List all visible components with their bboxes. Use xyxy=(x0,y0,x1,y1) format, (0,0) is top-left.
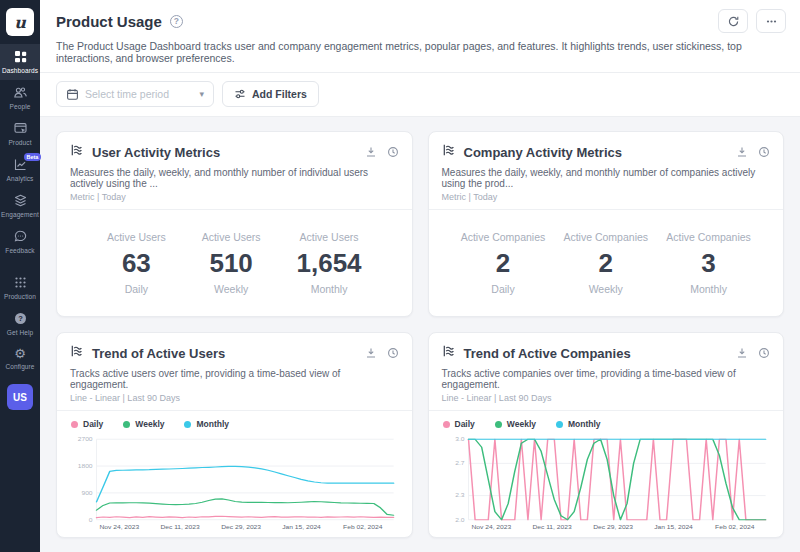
card-trend-active-companies: Trend of Active Companies Tracks active … xyxy=(428,332,785,538)
chevron-down-icon: ▾ xyxy=(199,89,204,99)
clock-icon[interactable] xyxy=(758,146,770,158)
calendar-icon xyxy=(66,88,79,101)
legend-label: Weekly xyxy=(135,419,164,429)
sidebar-item-feedback[interactable]: Feedback xyxy=(0,224,40,260)
metric-value: 2 xyxy=(496,248,510,279)
app-logo[interactable]: u xyxy=(6,8,34,36)
sidebar-item-dashboards[interactable]: Dashboards xyxy=(0,44,40,80)
sidebar-item-engagement[interactable]: Engagement xyxy=(0,188,40,224)
page-title: Product Usage xyxy=(56,13,162,30)
metric-period: Weekly xyxy=(589,283,623,295)
widget-chart-icon xyxy=(70,143,84,161)
card-meta: Metric | Today xyxy=(442,192,771,202)
legend-dot xyxy=(443,421,450,428)
card-meta: Metric | Today xyxy=(70,192,399,202)
sidebar-item-label: Feedback xyxy=(5,247,34,254)
sidebar-item-analytics[interactable]: Beta Analytics xyxy=(0,152,40,188)
legend-item-weekly[interactable]: Weekly xyxy=(495,419,536,429)
svg-text:2.0: 2.0 xyxy=(455,517,465,522)
metric-value: 510 xyxy=(209,248,252,279)
chat-bubble-icon xyxy=(13,229,28,244)
time-period-select[interactable]: Select time period ▾ xyxy=(56,81,214,107)
svg-text:900: 900 xyxy=(81,490,93,495)
widget-chart-icon xyxy=(442,143,456,161)
legend-item-weekly[interactable]: Weekly xyxy=(123,419,164,429)
sidebar-item-label: Analytics xyxy=(7,175,34,182)
card-subtitle: Measures the daily, weekly, and monthly … xyxy=(442,167,771,189)
download-icon[interactable] xyxy=(736,146,748,158)
sidebar-item-product[interactable]: Product xyxy=(0,116,40,152)
svg-text:Dec 29, 2023: Dec 29, 2023 xyxy=(221,525,261,530)
metric-period: Daily xyxy=(125,283,148,295)
sidebar-item-label: Configure xyxy=(5,363,34,370)
legend-item-daily[interactable]: Daily xyxy=(71,419,103,429)
legend-item-daily[interactable]: Daily xyxy=(443,419,475,429)
legend-item-monthly[interactable]: Monthly xyxy=(556,419,601,429)
download-icon[interactable] xyxy=(365,146,377,158)
legend-label: Monthly xyxy=(568,419,601,429)
svg-text:Jan 15, 2024: Jan 15, 2024 xyxy=(282,525,321,530)
metric-period: Daily xyxy=(491,283,514,295)
card-meta: Line - Linear | Last 90 Days xyxy=(70,393,399,403)
card-subtitle: Tracks active companies over time, provi… xyxy=(442,368,771,390)
sidebar-item-label: Engagement xyxy=(1,211,39,218)
metric-label: Active Users xyxy=(202,231,261,243)
refresh-button[interactable] xyxy=(718,9,748,33)
svg-text:2700: 2700 xyxy=(78,437,94,442)
legend-label: Daily xyxy=(455,419,475,429)
svg-text:Nov 24, 2023: Nov 24, 2023 xyxy=(471,525,511,530)
download-icon[interactable] xyxy=(736,347,748,359)
add-filters-button[interactable]: Add Filters xyxy=(222,81,319,107)
sidebar-item-label: Dashboards xyxy=(2,67,38,74)
sidebar-item-label: Product xyxy=(8,139,31,146)
metric-weekly: Active Companies 2 Weekly xyxy=(563,231,648,295)
metric-value: 3 xyxy=(701,248,715,279)
metric-value: 2 xyxy=(599,248,613,279)
people-icon xyxy=(13,85,28,100)
card-title: Company Activity Metrics xyxy=(464,145,622,160)
product-icon xyxy=(13,121,28,136)
svg-text:Nov 24, 2023: Nov 24, 2023 xyxy=(99,525,139,530)
metric-monthly: Active Users 1,654 Monthly xyxy=(297,231,362,295)
card-subtitle: Measures the daily, weekly, and monthly … xyxy=(70,167,399,189)
sidebar-item-people[interactable]: People xyxy=(0,80,40,116)
metric-value: 1,654 xyxy=(297,248,362,279)
legend-dot xyxy=(71,421,78,428)
metric-period: Weekly xyxy=(214,283,248,295)
metric-period: Monthly xyxy=(690,283,727,295)
metric-daily: Active Users 63 Daily xyxy=(107,231,166,295)
metric-label: Active Users xyxy=(107,231,166,243)
metric-label: Active Companies xyxy=(461,231,546,243)
sidebar-item-configure[interactable]: ⚙ Configure xyxy=(0,342,40,376)
add-filters-label: Add Filters xyxy=(252,88,307,100)
clock-icon[interactable] xyxy=(387,347,399,359)
page-help-icon[interactable]: ? xyxy=(170,15,183,28)
card-meta: Line - Linear | Last 90 Days xyxy=(442,393,771,403)
user-avatar[interactable]: US xyxy=(7,384,33,410)
clock-icon[interactable] xyxy=(758,347,770,359)
legend-item-monthly[interactable]: Monthly xyxy=(184,419,229,429)
metric-label: Active Companies xyxy=(666,231,751,243)
help-icon: ? xyxy=(13,311,28,326)
dashboards-icon xyxy=(13,49,28,64)
clock-icon[interactable] xyxy=(387,146,399,158)
sidebar-item-get-help[interactable]: ? Get Help xyxy=(0,306,40,342)
dashboard-grid: User Activity Metrics Measures the daily… xyxy=(40,117,800,552)
legend-dot xyxy=(556,421,563,428)
more-options-button[interactable] xyxy=(756,9,786,33)
filter-bar: Select time period ▾ Add Filters xyxy=(40,73,800,117)
svg-text:2.7: 2.7 xyxy=(455,461,465,466)
download-icon[interactable] xyxy=(365,347,377,359)
svg-text:0: 0 xyxy=(89,517,93,522)
svg-text:Dec 29, 2023: Dec 29, 2023 xyxy=(593,525,633,530)
metric-value: 63 xyxy=(122,248,151,279)
logo-letter: u xyxy=(14,13,26,32)
metric-label: Active Users xyxy=(300,231,359,243)
sidebar-item-production[interactable]: Production xyxy=(0,270,40,306)
dots-grid-icon xyxy=(13,275,28,290)
beta-badge: Beta xyxy=(24,153,42,161)
sliders-icon xyxy=(234,88,246,100)
widget-chart-icon xyxy=(70,344,84,362)
legend-dot xyxy=(184,421,191,428)
card-user-activity-metrics: User Activity Metrics Measures the daily… xyxy=(56,131,413,317)
